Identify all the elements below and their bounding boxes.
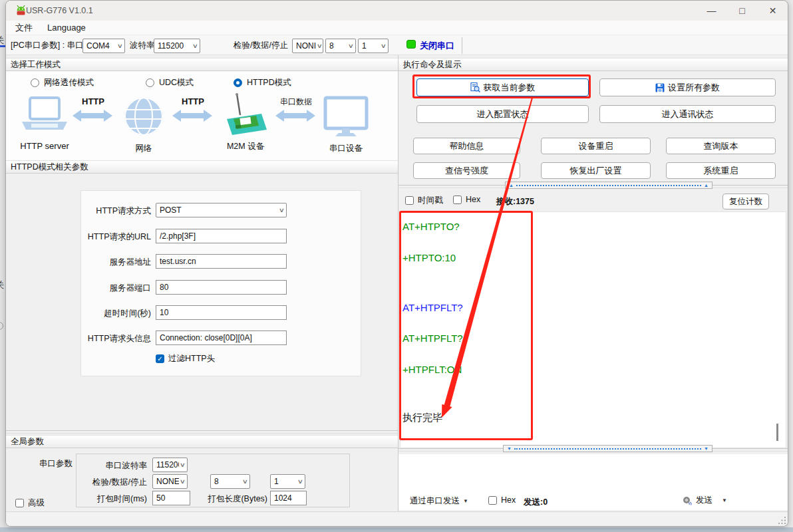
splitter-dots (514, 448, 701, 450)
window-title: USR-G776 V1.0.1 (26, 6, 93, 15)
diagram-label-serial-device: 串口设备 (329, 144, 363, 153)
send-hex-checkbox[interactable]: Hex (488, 495, 516, 505)
baud-value: 115200 (158, 41, 184, 51)
http-method-select[interactable]: POST ∨ (156, 203, 287, 217)
databits-select[interactable]: 8 ∨ (325, 39, 356, 53)
send-button[interactable]: 发送 ▼ (683, 495, 727, 506)
menu-item-language[interactable]: Language (47, 23, 86, 33)
query-signal-button[interactable]: 查信号强度 (413, 162, 520, 179)
stopbits-select[interactable]: 1 ∨ (358, 39, 389, 53)
chevron-down-icon: ∨ (242, 478, 248, 485)
radio-httpd-mode[interactable]: HTTPD模式 (234, 77, 291, 88)
button-label: 进入配置状态 (477, 108, 529, 120)
desktop-strip (0, 527, 793, 532)
diagram-label-http-server: HTTP server (20, 141, 69, 151)
chevron-down-icon: ∨ (317, 43, 323, 49)
pc-serial-label: [PC串口参数] : 串口号 (11, 40, 92, 51)
pack-length-input[interactable]: 1024 (270, 491, 307, 505)
global-parity-select[interactable]: NONE ∨ (152, 474, 188, 489)
radio-transparent-mode[interactable]: 网络透传模式 (31, 77, 94, 88)
server-port-input[interactable]: 80 (156, 280, 287, 295)
query-version-button[interactable]: 查询版本 (666, 138, 776, 154)
com-port-value: COM4 (86, 41, 110, 51)
save-icon (655, 83, 665, 92)
system-restart-button[interactable]: 系统重启 (666, 162, 776, 179)
httpd-mode-diagram: HTTP HTTP 串口数据 HTTP server 网络 M2M 设备 串口设… (6, 92, 398, 159)
http-method-label: HTTP请求方式 (46, 205, 151, 217)
databits-value: 8 (329, 41, 334, 51)
chevron-down-icon: ∨ (117, 43, 123, 49)
http-header-label: HTTP请求头信息 (46, 333, 151, 344)
radio-icon (31, 78, 39, 87)
global-databits-select[interactable]: 8 ∨ (210, 474, 250, 489)
close-serial-button[interactable]: 关闭串口 (420, 40, 454, 52)
global-baud-value: 115200 (156, 460, 179, 469)
log-line: AT+HTPFLT? (402, 332, 463, 344)
maximize-button[interactable]: □ (727, 1, 757, 21)
triangle-down-icon: ▼ (463, 498, 468, 504)
enter-comm-button[interactable]: 进入通讯状态 (599, 105, 776, 123)
radio-udc-mode[interactable]: UDC模式 (146, 77, 194, 88)
checkbox-icon (405, 196, 414, 205)
button-label: 帮助信息 (450, 140, 484, 152)
factory-reset-button[interactable]: 恢复出厂设置 (541, 162, 651, 179)
http-url-input[interactable]: /2.php[3F] (156, 229, 287, 243)
title-bar[interactable]: USR-G776 V1.0.1 — □ ✕ (6, 1, 788, 21)
send-via-serial-dropdown[interactable]: 通过串口发送 ▼ (410, 495, 468, 507)
divider (6, 430, 398, 431)
checkbox-label: Hex (466, 195, 480, 204)
reset-count-button[interactable]: 复位计数 (722, 194, 769, 209)
enter-config-button[interactable]: 进入配置状态 (416, 105, 589, 123)
close-button[interactable]: ✕ (758, 1, 788, 21)
status-bar (6, 511, 788, 527)
chevron-down-icon: ∨ (381, 43, 387, 49)
global-baud-label: 串口波特率 (66, 460, 147, 471)
global-stopbits-select[interactable]: 1 ∨ (270, 474, 305, 489)
server-address-input[interactable]: test.usr.cn (156, 254, 287, 269)
menu-item-file[interactable]: 文件 (15, 22, 33, 34)
radio-icon (146, 78, 154, 87)
receive-log-area[interactable] (400, 211, 786, 448)
pack-time-input[interactable]: 50 (152, 491, 190, 505)
log-line: AT+HTPFLT? (402, 302, 463, 313)
help-info-button[interactable]: 帮助信息 (413, 138, 520, 154)
parity-select[interactable]: NONI ∨ (292, 39, 323, 53)
http-header-input[interactable]: Connection: close[0D][0A] (156, 331, 287, 345)
filter-http-checkbox[interactable]: ✓ 过滤HTTP头 (156, 353, 215, 364)
chevron-down-icon: ∨ (348, 43, 354, 49)
http-url-label: HTTP请求的URL (46, 231, 151, 243)
chevron-down-icon: ∨ (297, 478, 303, 485)
panel-divider[interactable] (398, 55, 398, 511)
checkbox-checked-icon: ✓ (156, 354, 164, 363)
triangle-up-icon: ▲ (509, 183, 514, 188)
global-databits-value: 8 (214, 477, 219, 486)
com-port-select[interactable]: COM4 ∨ (82, 39, 125, 53)
toolbar-separator (462, 37, 462, 54)
button-label: 设备重启 (579, 140, 613, 152)
timeout-input[interactable]: 10 (156, 305, 287, 320)
monitor-icon (325, 98, 367, 136)
parity-value: NONI (296, 41, 316, 51)
background-circle-fragment (0, 322, 3, 330)
set-all-params-button[interactable]: 设置所有参数 (599, 78, 776, 96)
advanced-checkbox[interactable]: 高级 (15, 497, 45, 509)
pack-length-label: 打包长度(Bytes) (199, 493, 267, 505)
get-params-button[interactable]: 获取当前参数 (416, 78, 589, 96)
global-baud-select[interactable]: 115200 ∨ (152, 458, 188, 472)
splitter-handle[interactable]: ▼ ▼ (503, 445, 713, 452)
checkbox-label: 时间戳 (418, 195, 443, 206)
receive-hex-checkbox[interactable]: Hex (453, 195, 480, 204)
device-restart-button[interactable]: 设备重启 (541, 138, 651, 154)
global-pds-label: 检验/数据/停止 (66, 477, 147, 488)
app-icon (15, 5, 27, 16)
splitter-handle[interactable]: ▲ ▲ (505, 182, 713, 189)
log-line: +HTPFLT:ON (402, 364, 462, 375)
minimize-button[interactable]: — (697, 1, 726, 21)
radio-label: HTTPD模式 (247, 77, 291, 88)
baud-select[interactable]: 115200 ∨ (154, 39, 200, 53)
log-scrollbar-thumb[interactable] (776, 424, 778, 441)
send-icon (683, 496, 692, 505)
resize-grip[interactable] (778, 516, 786, 525)
dropdown-label: 通过串口发送 (410, 495, 460, 507)
timestamp-checkbox[interactable]: 时间戳 (405, 195, 443, 206)
